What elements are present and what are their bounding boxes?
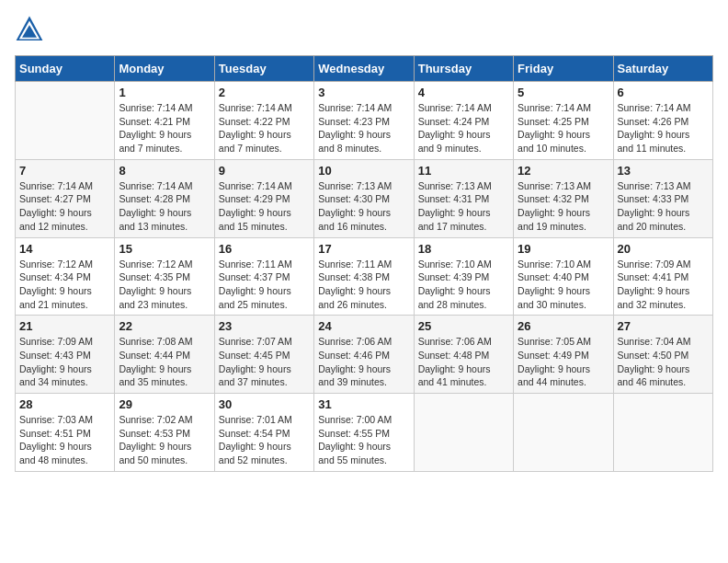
day-info: Sunrise: 7:13 AMSunset: 4:32 PMDaylight:… <box>518 179 609 234</box>
calendar-cell: 21Sunrise: 7:09 AMSunset: 4:43 PMDayligh… <box>16 316 115 394</box>
day-number: 6 <box>618 86 709 99</box>
calendar-cell: 19Sunrise: 7:10 AMSunset: 4:40 PMDayligh… <box>514 237 613 316</box>
day-number: 28 <box>19 397 110 411</box>
day-info: Sunrise: 7:02 AMSunset: 4:53 PMDaylight:… <box>119 413 210 467</box>
day-info: Sunrise: 7:00 AMSunset: 4:55 PMDaylight:… <box>318 413 409 467</box>
day-header-friday: Friday <box>514 56 613 82</box>
calendar-cell: 4Sunrise: 7:14 AMSunset: 4:24 PMDaylight… <box>414 82 513 160</box>
day-header-wednesday: Wednesday <box>314 56 414 82</box>
calendar-cell: 31Sunrise: 7:00 AMSunset: 4:55 PMDayligh… <box>314 394 414 472</box>
calendar-cell <box>16 82 115 160</box>
day-number: 24 <box>318 319 409 333</box>
calendar-week-row: 21Sunrise: 7:09 AMSunset: 4:43 PMDayligh… <box>16 316 713 394</box>
calendar-cell: 25Sunrise: 7:06 AMSunset: 4:48 PMDayligh… <box>414 316 513 394</box>
day-info: Sunrise: 7:14 AMSunset: 4:27 PMDaylight:… <box>19 179 110 234</box>
calendar-cell: 20Sunrise: 7:09 AMSunset: 4:41 PMDayligh… <box>613 237 712 316</box>
day-number: 25 <box>418 319 509 333</box>
day-info: Sunrise: 7:03 AMSunset: 4:51 PMDaylight:… <box>19 413 110 467</box>
day-info: Sunrise: 7:06 AMSunset: 4:46 PMDaylight:… <box>318 335 409 389</box>
day-info: Sunrise: 7:14 AMSunset: 4:23 PMDaylight:… <box>318 101 409 155</box>
day-number: 18 <box>418 242 509 256</box>
day-info: Sunrise: 7:10 AMSunset: 4:40 PMDaylight:… <box>518 258 609 312</box>
day-info: Sunrise: 7:09 AMSunset: 4:43 PMDaylight:… <box>19 335 110 389</box>
calendar-cell: 27Sunrise: 7:04 AMSunset: 4:50 PMDayligh… <box>613 316 712 394</box>
calendar-week-row: 28Sunrise: 7:03 AMSunset: 4:51 PMDayligh… <box>16 394 713 472</box>
day-header-tuesday: Tuesday <box>214 56 313 82</box>
calendar-cell: 14Sunrise: 7:12 AMSunset: 4:34 PMDayligh… <box>16 237 115 316</box>
calendar-cell: 26Sunrise: 7:05 AMSunset: 4:49 PMDayligh… <box>514 316 613 394</box>
calendar-table: SundayMondayTuesdayWednesdayThursdayFrid… <box>15 55 713 472</box>
day-info: Sunrise: 7:10 AMSunset: 4:39 PMDaylight:… <box>418 258 509 312</box>
calendar-cell: 12Sunrise: 7:13 AMSunset: 4:32 PMDayligh… <box>514 159 613 237</box>
calendar-week-row: 1Sunrise: 7:14 AMSunset: 4:21 PMDaylight… <box>16 82 713 160</box>
day-info: Sunrise: 7:13 AMSunset: 4:33 PMDaylight:… <box>618 179 709 234</box>
day-number: 12 <box>518 164 609 178</box>
day-number: 14 <box>19 242 110 256</box>
day-info: Sunrise: 7:04 AMSunset: 4:50 PMDaylight:… <box>618 335 709 389</box>
logo-icon <box>15 15 44 44</box>
calendar-cell: 18Sunrise: 7:10 AMSunset: 4:39 PMDayligh… <box>414 237 513 316</box>
calendar-cell: 28Sunrise: 7:03 AMSunset: 4:51 PMDayligh… <box>16 394 115 472</box>
day-number: 10 <box>318 164 409 178</box>
day-info: Sunrise: 7:11 AMSunset: 4:37 PMDaylight:… <box>219 258 310 312</box>
day-info: Sunrise: 7:14 AMSunset: 4:22 PMDaylight:… <box>219 101 310 155</box>
day-header-saturday: Saturday <box>613 56 712 82</box>
day-info: Sunrise: 7:14 AMSunset: 4:25 PMDaylight:… <box>518 101 609 155</box>
calendar-cell: 6Sunrise: 7:14 AMSunset: 4:26 PMDaylight… <box>613 82 712 160</box>
day-number: 16 <box>219 242 310 256</box>
day-number: 13 <box>618 164 709 178</box>
day-info: Sunrise: 7:12 AMSunset: 4:34 PMDaylight:… <box>19 258 110 312</box>
page-header <box>15 15 713 44</box>
day-number: 26 <box>518 319 609 333</box>
day-info: Sunrise: 7:14 AMSunset: 4:28 PMDaylight:… <box>119 179 210 234</box>
calendar-cell: 8Sunrise: 7:14 AMSunset: 4:28 PMDaylight… <box>115 159 214 237</box>
day-number: 1 <box>119 86 210 99</box>
day-info: Sunrise: 7:13 AMSunset: 4:31 PMDaylight:… <box>418 179 509 234</box>
day-number: 17 <box>318 242 409 256</box>
calendar-cell: 23Sunrise: 7:07 AMSunset: 4:45 PMDayligh… <box>214 316 313 394</box>
day-info: Sunrise: 7:07 AMSunset: 4:45 PMDaylight:… <box>219 335 310 389</box>
day-number: 9 <box>219 164 310 178</box>
day-number: 23 <box>219 319 310 333</box>
calendar-cell: 15Sunrise: 7:12 AMSunset: 4:35 PMDayligh… <box>115 237 214 316</box>
day-number: 29 <box>119 397 210 411</box>
day-header-sunday: Sunday <box>16 56 115 82</box>
calendar-cell: 9Sunrise: 7:14 AMSunset: 4:29 PMDaylight… <box>214 159 313 237</box>
day-number: 8 <box>119 164 210 178</box>
day-number: 4 <box>418 86 509 99</box>
day-number: 5 <box>518 86 609 99</box>
calendar-cell: 29Sunrise: 7:02 AMSunset: 4:53 PMDayligh… <box>115 394 214 472</box>
calendar-cell: 11Sunrise: 7:13 AMSunset: 4:31 PMDayligh… <box>414 159 513 237</box>
day-number: 2 <box>219 86 310 99</box>
day-info: Sunrise: 7:14 AMSunset: 4:21 PMDaylight:… <box>119 101 210 155</box>
day-info: Sunrise: 7:08 AMSunset: 4:44 PMDaylight:… <box>119 335 210 389</box>
day-info: Sunrise: 7:01 AMSunset: 4:54 PMDaylight:… <box>219 413 310 467</box>
calendar-cell: 30Sunrise: 7:01 AMSunset: 4:54 PMDayligh… <box>214 394 313 472</box>
calendar-cell: 1Sunrise: 7:14 AMSunset: 4:21 PMDaylight… <box>115 82 214 160</box>
calendar-cell <box>613 394 712 472</box>
calendar-cell: 5Sunrise: 7:14 AMSunset: 4:25 PMDaylight… <box>514 82 613 160</box>
calendar-cell: 7Sunrise: 7:14 AMSunset: 4:27 PMDaylight… <box>16 159 115 237</box>
day-info: Sunrise: 7:06 AMSunset: 4:48 PMDaylight:… <box>418 335 509 389</box>
day-info: Sunrise: 7:11 AMSunset: 4:38 PMDaylight:… <box>318 258 409 312</box>
day-number: 31 <box>318 397 409 411</box>
day-info: Sunrise: 7:05 AMSunset: 4:49 PMDaylight:… <box>518 335 609 389</box>
day-number: 27 <box>618 319 709 333</box>
calendar-cell <box>514 394 613 472</box>
calendar-header-row: SundayMondayTuesdayWednesdayThursdayFrid… <box>16 56 713 82</box>
calendar-cell: 13Sunrise: 7:13 AMSunset: 4:33 PMDayligh… <box>613 159 712 237</box>
day-info: Sunrise: 7:13 AMSunset: 4:30 PMDaylight:… <box>318 179 409 234</box>
day-number: 19 <box>518 242 609 256</box>
day-info: Sunrise: 7:14 AMSunset: 4:24 PMDaylight:… <box>418 101 509 155</box>
day-header-thursday: Thursday <box>414 56 513 82</box>
logo <box>15 15 48 44</box>
calendar-cell: 3Sunrise: 7:14 AMSunset: 4:23 PMDaylight… <box>314 82 414 160</box>
day-number: 30 <box>219 397 310 411</box>
day-info: Sunrise: 7:09 AMSunset: 4:41 PMDaylight:… <box>618 258 709 312</box>
day-number: 3 <box>318 86 409 99</box>
calendar-week-row: 7Sunrise: 7:14 AMSunset: 4:27 PMDaylight… <box>16 159 713 237</box>
calendar-cell: 16Sunrise: 7:11 AMSunset: 4:37 PMDayligh… <box>214 237 313 316</box>
calendar-cell: 17Sunrise: 7:11 AMSunset: 4:38 PMDayligh… <box>314 237 414 316</box>
day-number: 11 <box>418 164 509 178</box>
day-number: 15 <box>119 242 210 256</box>
